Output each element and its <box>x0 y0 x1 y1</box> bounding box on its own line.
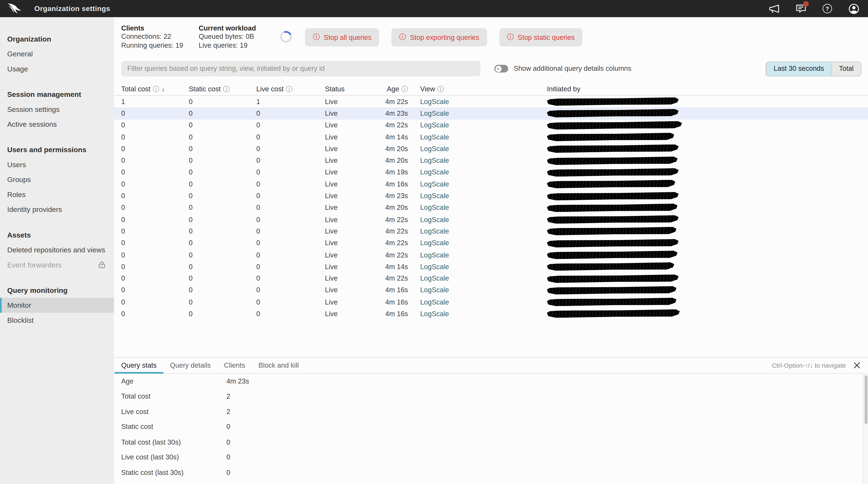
sidebar-item[interactable]: Roles <box>0 187 114 202</box>
sidebar-item[interactable]: Active sessions <box>0 117 114 132</box>
query-stats-list: Age 4m 23s Total cost 2 Live cost 2 <box>114 373 868 480</box>
column-header[interactable]: Live cost ⓘ <box>256 85 325 93</box>
view-cell: LogScale <box>408 98 547 105</box>
view-link[interactable]: LogScale <box>420 275 449 282</box>
view-link[interactable]: LogScale <box>420 145 449 153</box>
view-link[interactable]: LogScale <box>420 169 449 176</box>
details-tab[interactable]: Query stats <box>115 358 163 373</box>
column-header[interactable]: Total cost ⓘ ↓ <box>121 85 189 93</box>
query-filter-input[interactable] <box>121 61 480 76</box>
view-link[interactable]: LogScale <box>420 216 449 223</box>
table-row[interactable]: 0 0 0 Live 4m 16s LogScale <box>114 296 868 308</box>
table-row[interactable]: 0 0 0 Live 4m 20s LogScale <box>114 155 868 167</box>
table-row[interactable]: 0 0 0 Live 4m 20s LogScale <box>114 143 868 155</box>
details-tab[interactable]: Query details <box>163 358 217 373</box>
sidebar-item[interactable]: Monitor <box>0 298 114 313</box>
column-header[interactable]: Status <box>325 85 371 93</box>
table-row[interactable]: 0 0 0 Live 4m 22s LogScale <box>114 273 868 284</box>
time-range-button[interactable]: Total <box>831 62 861 75</box>
stat-value: 4m 23s <box>226 377 249 385</box>
status-cell: Live <box>325 110 371 117</box>
view-link[interactable]: LogScale <box>420 286 449 294</box>
scrollbar-thumb[interactable] <box>864 375 867 424</box>
sidebar-item[interactable]: Usage <box>0 61 114 77</box>
table-row[interactable]: 0 0 0 Live 4m 16s LogScale <box>114 284 868 296</box>
table-row[interactable]: 0 0 0 Live 4m 23s LogScale <box>114 190 868 202</box>
sidebar-item[interactable]: Deleted repositories and views <box>0 242 114 258</box>
sidebar-item[interactable]: Blocklist <box>0 313 114 328</box>
status-cell: Live <box>325 169 371 176</box>
view-link[interactable]: LogScale <box>420 310 449 318</box>
sidebar-item[interactable]: Groups <box>0 172 114 187</box>
help-icon[interactable]: ? <box>822 3 833 14</box>
redacted-initiated-by <box>547 274 679 283</box>
sidebar-item[interactable]: Users <box>0 157 114 172</box>
stat-value: 2 <box>226 393 230 400</box>
account-avatar-icon[interactable] <box>849 3 859 14</box>
view-link[interactable]: LogScale <box>420 133 449 141</box>
view-link[interactable]: LogScale <box>420 180 449 188</box>
stat-value: 0 <box>226 423 230 431</box>
details-tab[interactable]: Clients <box>217 358 252 373</box>
sidebar-item[interactable]: Session settings <box>0 102 114 117</box>
top-bar: Organization settings ? <box>0 0 868 17</box>
live-cost-cell: 0 <box>256 228 325 235</box>
toggle-off-switch[interactable]: × <box>494 65 508 73</box>
stop-queries-button[interactable]: ⓘ Stop exporting queries <box>392 28 487 47</box>
table-row[interactable]: 0 0 0 Live 4m 19s LogScale <box>114 167 868 178</box>
table-row[interactable]: 0 0 0 Live 4m 14s LogScale <box>114 261 868 273</box>
table-row[interactable]: 0 0 0 Live 4m 22s LogScale <box>114 119 868 131</box>
age-cell: 4m 22s <box>371 275 408 282</box>
static-cost-cell: 0 <box>189 204 256 212</box>
table-row[interactable]: 0 0 0 Live 4m 20s LogScale <box>114 202 868 214</box>
view-link[interactable]: LogScale <box>420 228 449 235</box>
static-cost-cell: 0 <box>189 251 256 259</box>
stop-queries-button[interactable]: ⓘ Stop static queries <box>499 28 582 47</box>
initiated-by-cell <box>547 122 860 129</box>
stat-row: Live cost 2 <box>114 404 868 419</box>
details-columns-toggle[interactable]: × Show additional query details columns <box>494 65 631 73</box>
view-link[interactable]: LogScale <box>420 110 449 117</box>
status-cell: Live <box>325 263 371 271</box>
view-link[interactable]: LogScale <box>420 192 449 200</box>
settings-sidebar: Organization General Usage Session manag… <box>0 17 114 484</box>
announcements-megaphone-icon[interactable] <box>769 3 779 14</box>
details-tab[interactable]: Block and kill <box>252 358 305 373</box>
live-cost-cell: 0 <box>256 157 325 165</box>
table-row[interactable]: 0 0 0 Live 4m 22s LogScale <box>114 225 868 237</box>
status-cell: Live <box>325 157 371 165</box>
sidebar-item[interactable]: Identity providers <box>0 202 114 217</box>
table-row[interactable]: 0 0 0 Live 4m 16s LogScale <box>114 308 868 320</box>
sidebar-item[interactable]: General <box>0 47 114 61</box>
close-icon[interactable] <box>852 361 862 370</box>
details-scrollbar[interactable] <box>863 373 868 484</box>
view-link[interactable]: LogScale <box>420 263 449 271</box>
table-row[interactable]: 0 0 0 Live 4m 14s LogScale <box>114 131 868 143</box>
view-link[interactable]: LogScale <box>420 239 449 247</box>
table-row[interactable]: 0 0 0 Live 4m 23s LogScale <box>114 108 868 120</box>
sidebar-item[interactable]: Event forwarders <box>0 258 114 273</box>
initiated-by-cell <box>547 275 860 282</box>
table-row[interactable]: 1 0 1 Live 4m 22s LogScale <box>114 96 868 108</box>
view-link[interactable]: LogScale <box>420 298 449 306</box>
status-cell: Live <box>325 98 371 105</box>
view-link[interactable]: LogScale <box>420 98 449 105</box>
column-header[interactable]: Static cost ⓘ <box>189 85 256 93</box>
column-header[interactable]: View ⓘ <box>408 85 547 93</box>
total-cost-cell: 0 <box>121 121 189 129</box>
time-range-button[interactable]: Last 30 seconds <box>766 62 831 75</box>
view-link[interactable]: LogScale <box>420 204 449 212</box>
column-header[interactable]: Initiated by <box>547 85 860 93</box>
view-link[interactable]: LogScale <box>420 251 449 259</box>
table-row[interactable]: 0 0 0 Live 4m 22s LogScale <box>114 249 868 261</box>
view-link[interactable]: LogScale <box>420 157 449 165</box>
table-row[interactable]: 0 0 0 Live 4m 22s LogScale <box>114 237 868 249</box>
notifications-chat-icon[interactable] <box>796 3 806 14</box>
total-cost-cell: 0 <box>121 228 189 235</box>
view-link[interactable]: LogScale <box>420 121 449 129</box>
redacted-initiated-by <box>547 156 678 165</box>
table-row[interactable]: 0 0 0 Live 4m 22s LogScale <box>114 214 868 225</box>
table-row[interactable]: 0 0 0 Live 4m 16s LogScale <box>114 178 868 190</box>
column-header[interactable]: Age ⓘ <box>371 85 408 93</box>
stop-queries-button[interactable]: ⓘ Stop all queries <box>305 28 379 47</box>
